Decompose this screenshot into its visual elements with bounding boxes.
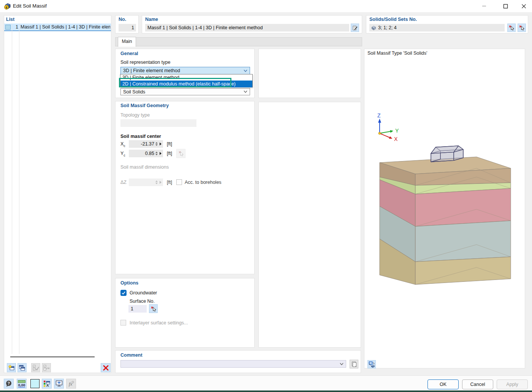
list-hscrollbar-thumb[interactable]: [10, 356, 95, 357]
name-card: Name Massif 1 | Soil Solids | 1-4 | 3D |…: [142, 15, 362, 33]
display-properties-button[interactable]: A: [42, 379, 52, 389]
representation-type-combo[interactable]: 3D | Finite element method: [120, 67, 250, 74]
solids-field[interactable]: 3; 1; 2; 4: [369, 24, 505, 32]
tab-main[interactable]: Main: [118, 37, 136, 47]
xc-field[interactable]: -21.37: [129, 140, 163, 148]
rendering-settings-button[interactable]: [54, 379, 64, 389]
preview-panel: Soil Massif Type 'Soil Solids' Z Y X: [364, 49, 525, 368]
empty-panel-bottom: [258, 102, 361, 348]
select-cursor-icon: [519, 25, 525, 31]
solids-label: Solids/Solid Sets No.: [369, 17, 417, 22]
close-icon: [521, 4, 526, 9]
comment-templates-button[interactable]: [350, 360, 358, 368]
fx-icon: fx: [68, 380, 74, 387]
yc-expand-arrow-icon[interactable]: [160, 152, 162, 155]
maximize-button[interactable]: [497, 0, 514, 12]
dz-label: ΔZ: [120, 180, 127, 185]
xc-value: -21.37: [129, 141, 154, 147]
select-solids-button[interactable]: [507, 24, 516, 32]
acc-to-boreholes-checkbox[interactable]: [176, 179, 182, 185]
deselect-solids-button[interactable]: [518, 24, 526, 32]
stacked-pages-icon: [351, 361, 357, 367]
dz-field: [129, 179, 163, 186]
minimize-icon: [482, 4, 486, 8]
help-button[interactable]: ?: [4, 379, 14, 389]
select-all-icon: [33, 365, 39, 371]
no-field: 1: [119, 24, 136, 32]
chevron-down-icon: [244, 70, 247, 72]
list-item-text: Massif 1 | Soil Solids | 1-4 | 3D | Fini…: [21, 24, 110, 30]
app-icon: 6: [4, 3, 11, 10]
new-window-icon: [8, 365, 15, 371]
window-title: Edit Soil Massif: [13, 3, 47, 9]
list-column-separator: [12, 24, 12, 354]
invert-selection-icon: [43, 365, 50, 371]
yc-spinner[interactable]: [154, 152, 159, 155]
options-header: Options: [120, 280, 138, 286]
soil-type-combo[interactable]: Soil Solids: [120, 88, 250, 95]
soil-massif-dimensions-label: Soil massif dimensions: [120, 164, 169, 170]
list-item-massif-1[interactable]: 1 Massif 1 | Soil Solids | 1-4 | 3D | Fi…: [4, 24, 111, 31]
soil-layer-front: [415, 188, 511, 226]
chevron-down-icon: [340, 363, 344, 365]
view-toggle-button[interactable]: [367, 360, 376, 368]
color-swatch-button[interactable]: [30, 379, 40, 388]
no-card: No. 1: [115, 15, 139, 33]
units-settings-button[interactable]: 0,00: [17, 379, 27, 389]
xc-unit: [ft]: [167, 141, 172, 147]
edit-soil-massif-dialog: 6 Edit Soil Massif List 1 Massif 1 | Soi…: [0, 0, 532, 392]
dz-expand-arrow-icon: [160, 181, 162, 184]
representation-dropdown-list: 3D | Finite element method 2D | Constrai…: [120, 74, 253, 87]
comment-combo[interactable]: [120, 360, 346, 368]
pencil-icon: [352, 25, 358, 31]
apply-button: Apply: [497, 379, 528, 389]
xc-spinner[interactable]: [154, 142, 159, 146]
check-icon: [121, 290, 126, 296]
geometry-section: Soil Massif Geometry Topology type Soil …: [115, 101, 255, 274]
topology-type-field: [120, 119, 196, 127]
soil-massif-center-label: Soil massif center: [120, 134, 161, 139]
options-section: Options Groundwater Surface No. 1 Interl…: [115, 278, 255, 348]
yc-value: 0.85: [129, 151, 154, 156]
svg-text:?: ?: [8, 381, 10, 386]
name-field[interactable]: Massif 1 | Soil Solids | 1-4 | 3D | Fini…: [145, 24, 349, 32]
ok-button[interactable]: OK: [428, 379, 459, 389]
list-hscrollbar: [5, 356, 110, 358]
ruler-icon: [18, 380, 25, 383]
representation-type-label: Soil representation type: [120, 60, 170, 65]
delete-massif-button[interactable]: [101, 363, 111, 372]
pick-surface-button[interactable]: [149, 304, 158, 313]
dz-spinner: [154, 180, 159, 184]
dropdown-option-2d[interactable]: 2D | Constrained modulus method (elastic…: [120, 81, 252, 87]
help-icon: ?: [5, 380, 12, 387]
acc-to-boreholes-label: Acc. to boreholes: [185, 180, 222, 185]
axis-y-label: Y: [395, 128, 399, 134]
soil-type-value: Soil Solids: [123, 89, 145, 95]
general-header: General: [120, 51, 138, 56]
cancel-button[interactable]: Cancel: [462, 379, 493, 389]
dialog-footer: ? 0,00 A: [0, 375, 532, 390]
pick-center-button: [176, 149, 185, 158]
axis-z-label: Z: [377, 112, 381, 119]
edit-name-button[interactable]: [351, 24, 359, 32]
yc-field[interactable]: 0.85: [129, 150, 163, 157]
axis-x-label: X: [394, 136, 398, 142]
list-panel: List 1 Massif 1 | Soil Solids | 1-4 | 3D…: [4, 15, 111, 373]
minimize-button[interactable]: [476, 0, 492, 12]
dropdown-option-3d[interactable]: 3D | Finite element method: [120, 74, 252, 81]
formula-button: fx: [66, 379, 76, 389]
list-column-separator: [19, 24, 19, 354]
yc-unit: [ft]: [167, 151, 172, 156]
general-section: General Soil representation type 3D | Fi…: [115, 49, 255, 98]
select-cursor-icon: [178, 150, 184, 156]
delete-icon: [103, 365, 109, 371]
dz-unit: [ft]: [167, 180, 172, 185]
new-massif-button[interactable]: [7, 363, 16, 372]
copy-massif-button[interactable]: [17, 363, 27, 372]
soil-block: [380, 157, 511, 285]
xc-expand-arrow-icon[interactable]: [160, 142, 162, 145]
close-button[interactable]: [515, 0, 532, 12]
groundwater-checkbox[interactable]: [120, 290, 127, 296]
surface-no-label: Surface No.: [130, 299, 155, 304]
surface-no-field[interactable]: 1: [128, 305, 147, 313]
